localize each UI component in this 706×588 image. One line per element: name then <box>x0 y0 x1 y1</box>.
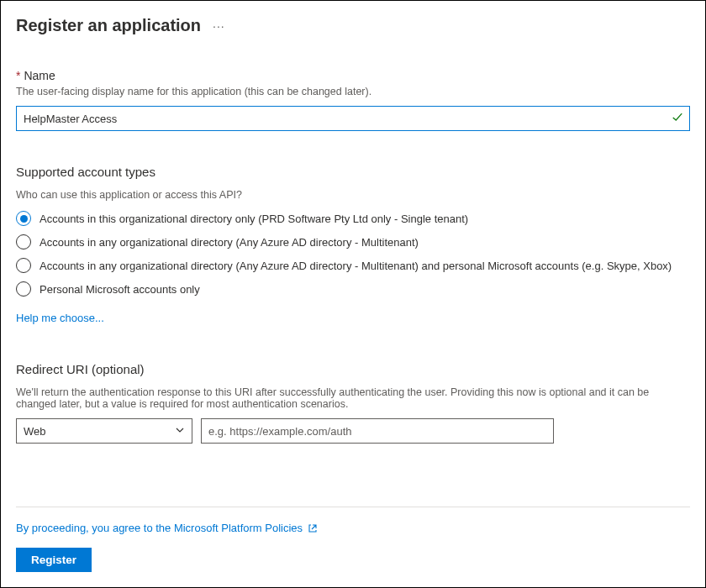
name-help-text: The user-facing display name for this ap… <box>16 86 690 97</box>
platform-selected-label: Web <box>24 425 46 438</box>
redirect-uri-input[interactable] <box>201 418 554 444</box>
radio-option-multitenant-personal[interactable]: Accounts in any organizational directory… <box>16 258 690 273</box>
radio-option-multitenant[interactable]: Accounts in any organizational directory… <box>16 234 690 249</box>
account-types-help: Who can use this application or access t… <box>16 189 690 201</box>
page-title: Register an application <box>16 16 201 35</box>
more-icon[interactable]: ··· <box>213 19 225 33</box>
app-name-input[interactable] <box>16 106 690 131</box>
name-label: *Name <box>16 69 690 82</box>
help-me-choose-link[interactable]: Help me choose... <box>16 312 104 324</box>
divider <box>16 507 690 507</box>
redirect-heading: Redirect URI (optional) <box>16 362 690 376</box>
account-types-heading: Supported account types <box>16 165 690 179</box>
radio-label: Accounts in any organizational directory… <box>40 236 419 249</box>
radio-option-personal-only[interactable]: Personal Microsoft accounts only <box>16 281 690 297</box>
platform-policies-link[interactable]: By proceeding, you agree to the Microsof… <box>16 522 318 534</box>
radio-icon <box>16 258 31 273</box>
radio-label: Personal Microsoft accounts only <box>40 283 200 296</box>
external-link-icon <box>308 523 318 533</box>
checkmark-icon <box>672 112 683 126</box>
radio-label: Accounts in this organizational director… <box>40 213 468 225</box>
radio-option-single-tenant[interactable]: Accounts in this organizational director… <box>16 211 690 226</box>
radio-icon <box>16 281 31 297</box>
account-types-radio-group: Accounts in this organizational director… <box>16 211 690 297</box>
radio-icon <box>16 211 31 226</box>
required-star-icon: * <box>16 69 20 82</box>
radio-label: Accounts in any organizational directory… <box>40 260 672 272</box>
register-button[interactable]: Register <box>16 548 92 572</box>
radio-icon <box>16 234 31 249</box>
chevron-down-icon <box>175 425 185 438</box>
redirect-help: We'll return the authentication response… <box>16 386 690 410</box>
platform-select[interactable]: Web <box>16 418 192 444</box>
